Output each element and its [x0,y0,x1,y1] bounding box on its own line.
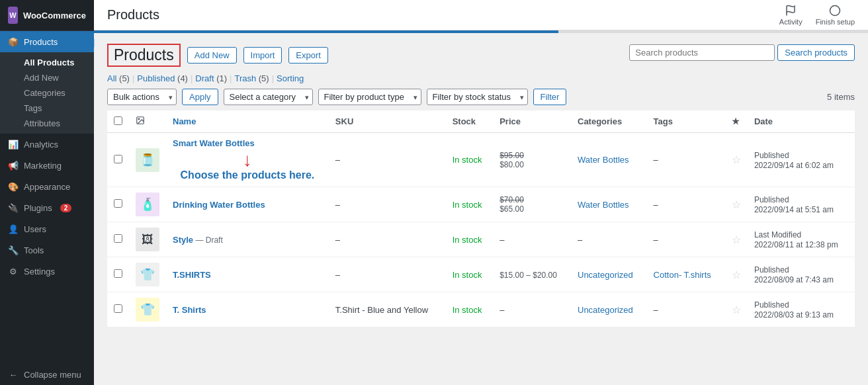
sidebar-item-settings[interactable]: ⚙ Settings [0,261,94,282]
appearance-icon: 🎨 [8,181,19,192]
sidebar-item-plugins-label: Plugins [24,203,52,213]
row-thumb-cell: 🖼 [129,222,166,257]
col-date-header: Date [748,110,855,133]
sidebar-logo-text: WooCommerce [23,11,86,21]
topbar-actions: Activity Finish setup [779,5,855,26]
product-thumbnail: 👕 [136,298,159,321]
finish-setup-button[interactable]: Finish setup [816,5,855,26]
sidebar-item-products[interactable]: 📦 Products ◀ [0,31,94,52]
finish-setup-icon [829,5,841,17]
import-button[interactable]: Import [243,47,282,64]
row-name-cell: T.SHIRTS [166,257,329,292]
row-name-cell: Style — Draft [166,222,329,257]
sidebar-item-plugins[interactable]: 🔌 Plugins 2 [0,197,94,218]
col-name-header[interactable]: Name [166,110,329,133]
date-value: 2022/09/14 at 6:02 am [754,161,834,170]
row-tags-cell: Cotton- T.shirts [647,257,725,292]
view-link-draft[interactable]: Draft (1) [195,73,227,83]
sidebar-sub-attributes[interactable]: Attributes [16,116,94,131]
select-all-checkbox[interactable] [114,116,122,125]
sidebar-item-products-label: Products [24,37,58,47]
row-tags-cell: – [647,187,725,222]
row-checkbox-1[interactable] [114,155,122,163]
products-arrow-icon: ◀ [86,36,94,48]
product-type-filter-wrap: Filter by product type [318,89,421,105]
export-button[interactable]: Export [288,47,328,64]
woocommerce-logo-icon: W [8,7,18,24]
category-filter-select[interactable]: Select a category [224,89,313,105]
category-link[interactable]: Uncategorized [578,270,633,280]
star-button[interactable]: ☆ [732,234,741,245]
sidebar-logo[interactable]: W WooCommerce [0,0,94,31]
price-range: $15.00 – $20.00 [499,271,557,280]
view-link-published[interactable]: Published (4) [137,73,188,83]
product-thumbnail: 👕 [136,263,159,286]
category-link[interactable]: Water Bottles [578,155,629,165]
stock-status: In stock [453,270,482,280]
finish-setup-label: Finish setup [816,18,855,26]
row-price-cell: $70.00$65.00 [493,187,571,222]
star-button[interactable]: ☆ [732,304,741,316]
apply-button[interactable]: Apply [182,89,218,105]
row-stock-cell: In stock [446,222,494,257]
star-button[interactable]: ☆ [732,199,741,210]
sidebar-sub-all-products[interactable]: All Products [16,55,94,70]
product-type-filter-select[interactable]: Filter by product type [318,89,421,105]
row-checkbox-cell [107,292,129,327]
search-input[interactable] [629,44,775,61]
tag-link[interactable]: Cotton- T.shirts [654,270,711,280]
star-button[interactable]: ☆ [732,154,741,165]
price-original: $70.00 [499,195,564,204]
sidebar-item-users-label: Users [24,224,46,234]
sidebar-sub-add-new[interactable]: Add New [16,70,94,85]
col-star-header: ★ [725,110,748,133]
bulk-actions-select[interactable]: Bulk actions [107,89,177,105]
view-link-trash[interactable]: Trash (5) [234,73,269,83]
product-name-link[interactable]: Drinking Water Bottles [173,200,265,210]
sidebar-sub-tags[interactable]: Tags [16,101,94,116]
stock-status-filter-wrap: Filter by stock status [427,89,528,105]
table-row: 👕T.SHIRTS–In stock$15.00 – $20.00Uncateg… [107,257,855,292]
row-categories-cell: Water Bottles [571,133,647,187]
date-status: Last Modified [754,230,801,239]
product-thumbnail: 🫙 [136,148,159,172]
sidebar-item-appearance[interactable]: 🎨 Appearance [0,176,94,197]
view-link-all[interactable]: All (5) [107,73,130,83]
search-button[interactable]: Search products [777,44,855,61]
stock-status-filter-select[interactable]: Filter by stock status [427,89,528,105]
plugins-icon: 🔌 [8,202,19,213]
separator3: | [230,73,232,83]
product-name-link[interactable]: T.SHIRTS [173,270,211,280]
filter-button[interactable]: Filter [533,89,567,105]
analytics-icon: 📊 [8,139,19,150]
product-name-link[interactable]: Smart Water Bottles [173,138,255,148]
svg-point-1 [830,5,840,15]
sidebar-item-tools[interactable]: 🔧 Tools [0,239,94,261]
row-checkbox-3[interactable] [114,234,122,243]
table-row: 👕T. ShirtsT.Shirt - Blue and YellowIn st… [107,292,855,327]
sidebar-item-users[interactable]: 👤 Users [0,218,94,239]
date-value: 2022/08/03 at 9:13 am [754,310,834,320]
add-new-button[interactable]: Add New [187,47,237,64]
row-checkbox-4[interactable] [114,269,122,278]
price-original: $95.00 [499,151,564,160]
col-check-all[interactable] [107,110,129,133]
sidebar-item-analytics[interactable]: 📊 Analytics [0,134,94,155]
sidebar-collapse-label: Collapse menu [24,370,81,380]
sidebar-sub-categories[interactable]: Categories [16,85,94,101]
bulk-actions-wrap: Bulk actions [107,89,177,105]
category-link[interactable]: Water Bottles [578,200,629,210]
row-checkbox-5[interactable] [114,304,122,313]
star-button[interactable]: ☆ [732,269,741,280]
activity-button[interactable]: Activity [779,5,803,26]
row-sku-cell: T.Shirt - Blue and Yellow [329,292,446,327]
row-checkbox-2[interactable] [114,199,122,208]
sidebar-item-marketing[interactable]: 📢 Marketing [0,155,94,176]
category-link[interactable]: Uncategorized [578,305,633,315]
sidebar-collapse-menu[interactable]: ← Collapse menu [0,364,94,385]
topbar-title: Products [107,7,159,22]
collapse-icon: ← [8,369,19,380]
product-name-link[interactable]: T. Shirts [173,305,206,315]
product-name-link[interactable]: Style [173,235,193,245]
view-link-sorting[interactable]: Sorting [277,73,304,83]
